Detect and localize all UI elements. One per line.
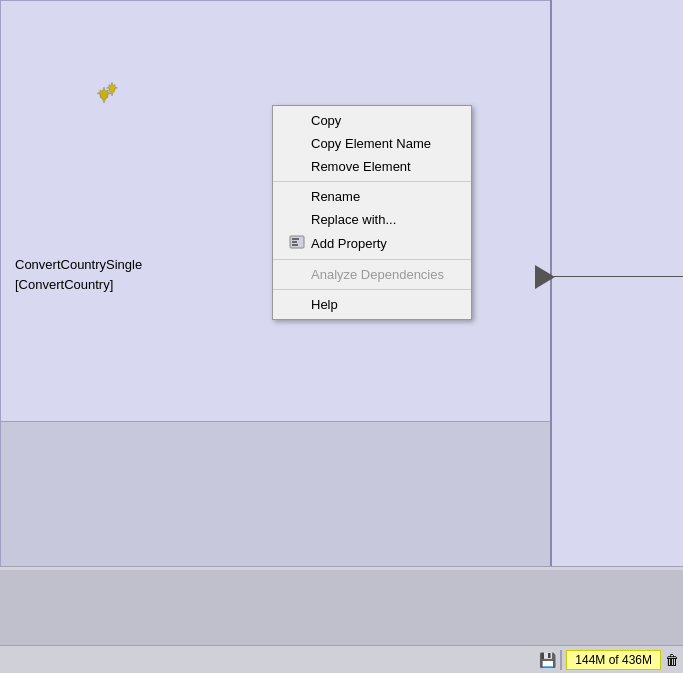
menu-item-replace-with[interactable]: Replace with...	[273, 208, 471, 231]
menu-item-label: Remove Element	[311, 159, 411, 174]
menu-separator	[273, 181, 471, 182]
menu-item-rename[interactable]: Rename	[273, 185, 471, 208]
menu-separator	[273, 259, 471, 260]
menu-item-add-property[interactable]: Add Property	[273, 231, 471, 256]
gear-icon	[85, 78, 123, 108]
node-label-line1: ConvertCountrySingle	[15, 255, 142, 275]
menu-item-label: Rename	[311, 189, 360, 204]
status-bar: 💾 144M of 436M 🗑	[0, 645, 683, 673]
add-property-icon	[289, 235, 305, 252]
menu-item-label: Help	[311, 297, 338, 312]
arrow-connector	[535, 265, 555, 289]
menu-item-analyze-dependencies: Analyze Dependencies	[273, 263, 471, 286]
menu-item-label: Copy Element Name	[311, 136, 431, 151]
menu-item-label: Copy	[311, 113, 341, 128]
node-label: ConvertCountrySingle [ConvertCountry]	[15, 255, 142, 294]
canvas-bottom	[1, 421, 551, 571]
memory-badge: 144M of 436M	[566, 650, 661, 670]
node-label-line2: [ConvertCountry]	[15, 275, 142, 295]
menu-item-remove-element[interactable]: Remove Element	[273, 155, 471, 178]
status-divider	[560, 650, 562, 670]
right-panel	[550, 0, 683, 570]
menu-item-label: Replace with...	[311, 212, 396, 227]
menu-item-help[interactable]: Help	[273, 293, 471, 316]
context-menu: CopyCopy Element NameRemove ElementRenam…	[272, 105, 472, 320]
connector-line	[554, 276, 683, 277]
menu-item-copy[interactable]: Copy	[273, 109, 471, 132]
trash-icon: 🗑	[665, 652, 679, 668]
menu-item-label: Analyze Dependencies	[311, 267, 444, 282]
save-icon: 💾	[539, 652, 556, 668]
menu-item-label: Add Property	[311, 236, 387, 251]
menu-item-copy-element-name[interactable]: Copy Element Name	[273, 132, 471, 155]
menu-separator	[273, 289, 471, 290]
